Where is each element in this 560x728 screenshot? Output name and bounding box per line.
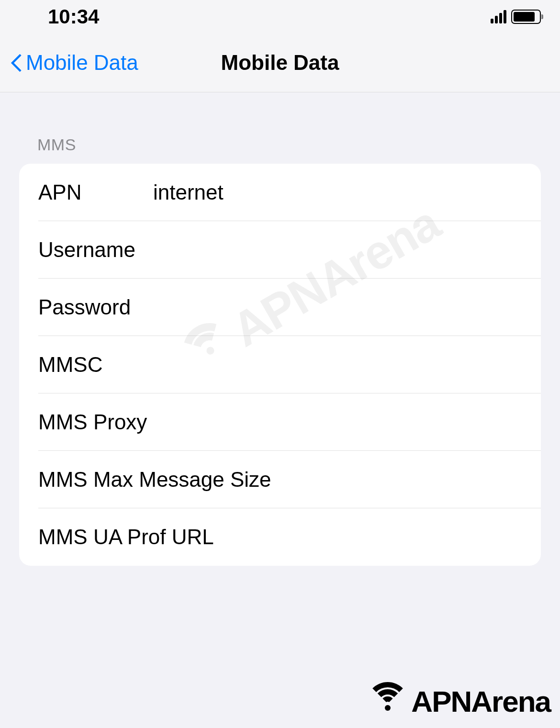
mmsc-label: MMSC: [38, 353, 153, 377]
mms-max-size-row[interactable]: MMS Max Message Size: [19, 451, 541, 508]
mms-ua-prof-label: MMS UA Prof URL: [38, 525, 522, 549]
password-input[interactable]: [153, 295, 522, 319]
mms-proxy-row[interactable]: MMS Proxy: [19, 393, 541, 451]
navigation-bar: Mobile Data Mobile Data: [0, 34, 560, 92]
mms-max-size-label: MMS Max Message Size: [38, 468, 522, 492]
footer-logo: APNArena: [366, 684, 550, 718]
wifi-icon: [366, 685, 409, 718]
page-title: Mobile Data: [221, 51, 339, 75]
mms-proxy-input[interactable]: [259, 410, 522, 434]
battery-icon: [511, 10, 541, 24]
username-row[interactable]: Username: [19, 221, 541, 279]
apn-row[interactable]: APN: [19, 164, 541, 221]
password-label: Password: [38, 295, 153, 319]
apn-label: APN: [38, 180, 153, 204]
status-bar: 10:34: [0, 0, 560, 34]
mmsc-input[interactable]: [153, 353, 522, 377]
back-label: Mobile Data: [26, 51, 138, 75]
mms-ua-prof-row[interactable]: MMS UA Prof URL: [19, 508, 541, 566]
mms-proxy-label: MMS Proxy: [38, 410, 259, 434]
status-time: 10:34: [48, 5, 99, 28]
chevron-left-icon: [11, 53, 22, 73]
mms-settings-group: APN Username Password MMSC MMS Proxy MMS…: [19, 164, 541, 566]
cellular-signal-icon: [491, 10, 506, 23]
password-row[interactable]: Password: [19, 279, 541, 336]
status-icons: [491, 10, 541, 24]
back-button[interactable]: Mobile Data: [0, 51, 138, 75]
footer-brand-text: APNArena: [411, 684, 550, 718]
mmsc-row[interactable]: MMSC: [19, 336, 541, 393]
username-input[interactable]: [153, 238, 522, 262]
username-label: Username: [38, 238, 153, 262]
section-header-mms: MMS: [0, 92, 560, 159]
apn-input[interactable]: [153, 180, 522, 204]
